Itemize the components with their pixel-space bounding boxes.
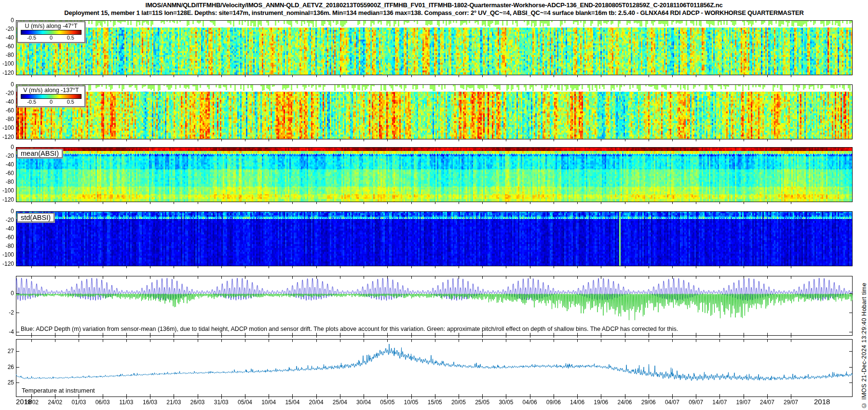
x-tick-label: 30/04	[351, 399, 377, 406]
x-tick-label: 05/04	[232, 399, 258, 406]
u-velocity-colorbar	[21, 30, 81, 35]
x-tick-label: 30/05	[493, 399, 519, 406]
x-tick-label: 21/03	[161, 399, 187, 406]
x-tick-label: 04/07	[659, 399, 685, 406]
std-absi-heatmap	[16, 211, 853, 269]
x-tick-label: 11/03	[113, 399, 139, 406]
x-tick-label: 10/05	[398, 399, 424, 406]
y-tick-label: -120	[0, 196, 14, 203]
y-tick-label: -2	[0, 309, 14, 316]
x-tick-label: 14/07	[706, 399, 732, 406]
y-tick-label: 0	[0, 81, 14, 88]
x-tick-label: 20/05	[446, 399, 472, 406]
y-tick-label: -20	[0, 90, 14, 96]
y-tick-label: -80	[0, 52, 14, 58]
v-velocity-colorbar-ticks: -0.5 0 0.5	[20, 99, 82, 105]
x-tick-label: 06/03	[90, 399, 116, 406]
x-tick-label: 19/06	[588, 399, 614, 406]
u-velocity-colorbar-ticks: -0.5 0 0.5	[20, 35, 82, 41]
panel-mean-absi: mean(ABSI)	[16, 147, 853, 205]
x-tick-label: 25/04	[327, 399, 353, 406]
y-tick-label: -80	[0, 243, 14, 249]
x-tick-label: 10/04	[256, 399, 282, 406]
colorbar-tick-label: 0.5	[67, 35, 74, 41]
x-axis-year-left: 2018	[16, 397, 32, 406]
y-tick-label: -40	[0, 161, 14, 168]
y-tick-label: -20	[0, 26, 14, 32]
y-tick-label: -100	[0, 251, 14, 258]
figure-subtitle: Deployment 15, member 1 lat=11S lon=128E…	[0, 9, 868, 16]
y-tick-label: 25	[0, 379, 14, 386]
x-tick-label: 05/05	[374, 399, 400, 406]
panel-depth-variation: Blue: ADCP Depth (m) variation from sens…	[16, 276, 853, 339]
x-tick-label: 14/06	[564, 399, 590, 406]
y-tick-label: 0	[0, 290, 14, 297]
y-tick-label: -60	[0, 43, 14, 50]
u-velocity-legend: U (m/s) along -47°T -0.5 0 0.5	[17, 21, 85, 43]
x-tick-label: 25/05	[469, 399, 495, 406]
copyright-watermark: © IMOS 21-Dec-2024 13:29:40 Hobart time	[861, 283, 868, 409]
x-axis-year-right: 2018	[814, 397, 830, 406]
y-tick-label: -120	[0, 134, 14, 140]
y-tick-label: 27	[0, 348, 14, 355]
y-tick-label: -20	[0, 217, 14, 223]
y-tick-label: -60	[0, 170, 14, 177]
y-tick-label: -80	[0, 116, 14, 123]
colorbar-tick-label: -0.5	[27, 35, 36, 41]
y-tick-label: -20	[0, 152, 14, 159]
y-tick-label: -4	[0, 328, 14, 335]
y-tick-label: -60	[0, 234, 14, 241]
x-tick-label: 26/03	[185, 399, 211, 406]
panel-u-velocity: U (m/s) along -47°T -0.5 0 0.5	[16, 20, 853, 78]
y-tick-label: -60	[0, 107, 14, 114]
colorbar-tick-label: 0	[50, 35, 53, 41]
v-velocity-heatmap	[16, 84, 853, 142]
depth-variation-note: Blue: ADCP Depth (m) variation from sens…	[21, 326, 678, 332]
mean-absi-label: mean(ABSI)	[17, 149, 63, 158]
v-velocity-legend: V (m/s) along -137°T -0.5 0 0.5	[17, 85, 85, 107]
u-velocity-heatmap	[16, 20, 853, 78]
x-tick-label: 24/07	[754, 399, 780, 406]
panel-std-absi: std(ABSI)	[16, 211, 853, 269]
panel-v-velocity: V (m/s) along -137°T -0.5 0 0.5	[16, 84, 853, 142]
colorbar-tick-label: 0	[50, 99, 53, 105]
panel-temperature: Temperature at instrument	[16, 339, 853, 400]
y-tick-label: -80	[0, 178, 14, 185]
mean-absi-heatmap	[16, 147, 853, 205]
colorbar-tick-label: -0.5	[27, 99, 36, 105]
x-tick-label: 01/03	[66, 399, 92, 406]
temperature-series-label: Temperature at instrument	[22, 387, 95, 394]
y-tick-label: -40	[0, 34, 14, 41]
temperature-plot	[16, 339, 853, 400]
std-absi-label: std(ABSI)	[17, 213, 54, 222]
x-tick-label: 04/06	[517, 399, 543, 406]
y-tick-label: -100	[0, 124, 14, 131]
y-tick-label: 0	[0, 17, 14, 24]
x-tick-label: 15/04	[279, 399, 305, 406]
x-tick-label: 15/05	[422, 399, 448, 406]
y-tick-label: -40	[0, 225, 14, 232]
v-velocity-colorbar	[21, 94, 81, 99]
u-velocity-legend-title: U (m/s) along -47°T	[20, 23, 82, 29]
x-tick-label: 31/03	[208, 399, 234, 406]
v-velocity-legend-title: V (m/s) along -137°T	[20, 87, 82, 94]
y-tick-label: -100	[0, 187, 14, 194]
y-tick-label: -40	[0, 98, 14, 105]
colorbar-tick-label: 0.5	[67, 99, 74, 105]
y-tick-label: 26	[0, 364, 14, 370]
y-tick-label: 0	[0, 208, 14, 215]
x-tick-label: 09/07	[683, 399, 709, 406]
x-tick-label: 24/06	[612, 399, 638, 406]
x-tick-label: 19/07	[731, 399, 757, 406]
y-tick-label: -120	[0, 260, 14, 267]
y-tick-label: -120	[0, 69, 14, 76]
x-tick-label: 29/07	[778, 399, 804, 406]
x-tick-label: 24/02	[42, 399, 68, 406]
x-tick-label: 20/04	[303, 399, 329, 406]
y-tick-label: -100	[0, 60, 14, 67]
figure-title: IMOS/ANMN/QLD/ITFMHB/Velocity/IMOS_ANMN-…	[0, 1, 868, 9]
y-tick-label: 0	[0, 144, 14, 150]
x-tick-label: 16/03	[137, 399, 163, 406]
x-tick-label: 09/06	[541, 399, 567, 406]
x-tick-label: 29/06	[636, 399, 662, 406]
